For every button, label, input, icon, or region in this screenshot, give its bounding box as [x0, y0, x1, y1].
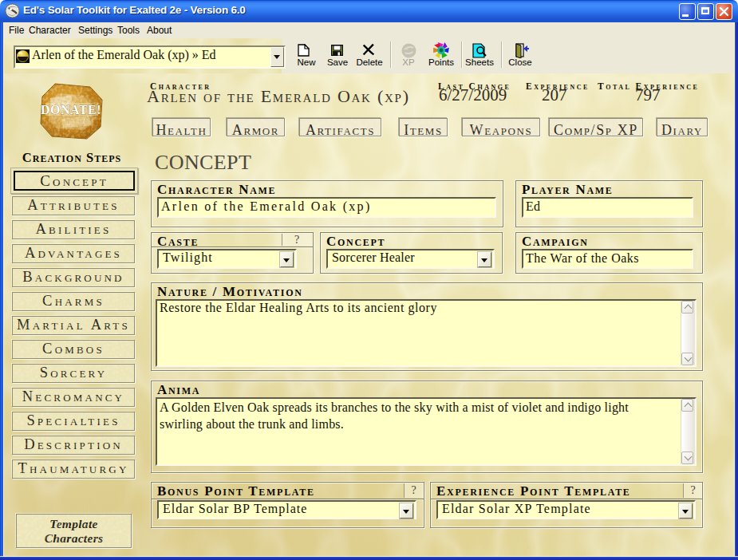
- svg-text:DONATE!: DONATE!: [41, 103, 101, 116]
